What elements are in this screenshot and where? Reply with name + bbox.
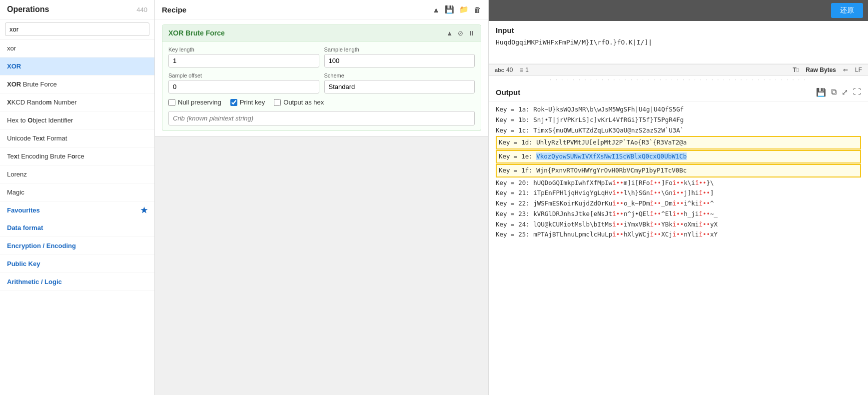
output-copy-icon[interactable]: ⧉ bbox=[831, 88, 837, 97]
raw-bytes-label: Raw Bytes bbox=[806, 66, 836, 74]
sample-offset-input[interactable] bbox=[168, 80, 319, 94]
op-collapse-icon[interactable]: ▲ bbox=[446, 30, 453, 37]
sidebar-item-lorenz[interactable]: Lorenz bbox=[0, 166, 154, 184]
sidebar: Operations 440 xor XOR XOR Brute Force X… bbox=[0, 0, 155, 395]
favourites-star-icon: ★ bbox=[140, 206, 147, 215]
red-dots: î•• bbox=[673, 230, 684, 238]
red-dots: î•• bbox=[673, 200, 684, 207]
status-font-icon: T⃣ bbox=[793, 66, 799, 74]
form-row-2: Sample offset Scheme bbox=[168, 72, 475, 94]
status-bar: abc 40 ≡ 1 T⃣ Raw Bytes ⇐ LF bbox=[489, 64, 868, 76]
output-line: Key = 23: kVRGlDRJnhsJtke[eNsJtî••n^j•QE… bbox=[496, 209, 861, 220]
sample-length-group: Sample length bbox=[324, 46, 475, 68]
sidebar-section-arithmetic-logic[interactable]: Arithmetic / Logic bbox=[0, 273, 154, 291]
input-value[interactable]: HuqdOgqiMKPiWHFxFmPiW/M}I\rfO.}fO.K|I/]| bbox=[496, 38, 861, 58]
output-as-hex-checkbox[interactable] bbox=[274, 99, 281, 106]
load-recipe-icon[interactable]: 📁 bbox=[459, 5, 469, 14]
sidebar-item-xor-brute-force[interactable]: XOR Brute Force bbox=[0, 76, 154, 94]
restore-button[interactable]: 还原 bbox=[831, 3, 863, 18]
recipe-title: Recipe bbox=[162, 6, 186, 14]
sample-offset-label: Sample offset bbox=[168, 72, 319, 78]
form-row-1: Key length Sample length bbox=[168, 46, 475, 68]
red-dots: î•• bbox=[612, 230, 624, 238]
sidebar-item-text-enc-bf[interactable]: Text Encoding Brute Force bbox=[0, 148, 154, 166]
recipe-panel: Recipe ▲ 💾 📁 🗑 XOR Brute Force ▲ ⊘ ⏸ bbox=[155, 0, 488, 136]
sidebar-item-xor-plain[interactable]: xor bbox=[0, 40, 154, 58]
red-dots: î•• bbox=[673, 210, 684, 218]
abc-icon: abc bbox=[495, 67, 504, 73]
red-dots: î•• bbox=[650, 230, 662, 238]
save-recipe-icon[interactable]: 💾 bbox=[445, 5, 454, 14]
delete-recipe-icon[interactable]: 🗑 bbox=[474, 6, 481, 14]
sidebar-list: xor XOR XOR Brute Force XKCD Random Numb… bbox=[0, 40, 154, 395]
sidebar-item-hex-to-oid[interactable]: Hex to Object Identifier bbox=[0, 112, 154, 130]
red-dots: î•• bbox=[612, 200, 624, 207]
scheme-group: Scheme bbox=[324, 72, 475, 94]
abc-count: 40 bbox=[506, 66, 513, 74]
scheme-label: Scheme bbox=[324, 72, 475, 78]
sample-offset-group: Sample offset bbox=[168, 72, 319, 94]
red-dots: î•• bbox=[650, 200, 662, 207]
input-section: Input HuqdOgqiMKPiWHFxFmPiW/M}I\rfO.}fO.… bbox=[489, 21, 868, 64]
red-dots: î•• bbox=[695, 179, 707, 186]
sidebar-title: Operations bbox=[7, 5, 49, 14]
print-key-checkbox[interactable] bbox=[230, 99, 237, 106]
sidebar-section-public-key[interactable]: Public Key bbox=[0, 255, 154, 273]
output-line: Key = 21: iTpEnFPHljqHvigYgLqHvî••l\h}SG… bbox=[496, 188, 861, 198]
op-pause-icon[interactable]: ⏸ bbox=[468, 30, 475, 37]
collapse-icon[interactable]: ▲ bbox=[432, 6, 440, 14]
key-length-label: Key length bbox=[168, 46, 319, 52]
op-card-body: Key length Sample length Sample offset S… bbox=[162, 42, 481, 130]
output-line: Key = 1e: VkozQyowSUNwIVXfXsNwI1ScWBlxQ0… bbox=[496, 150, 861, 164]
sidebar-count: 440 bbox=[136, 6, 147, 14]
input-title: Input bbox=[496, 26, 861, 34]
output-line: Key = 1f: Wjn{PxnvRTOvHWYgYrOvH0RbVCmyP1… bbox=[496, 164, 861, 178]
op-card-title: XOR Brute Force bbox=[168, 29, 225, 37]
font-icon: T⃣ bbox=[793, 66, 799, 74]
op-disable-icon[interactable]: ⊘ bbox=[458, 30, 463, 37]
output-fullscreen-icon[interactable]: ⛶ bbox=[853, 88, 861, 97]
crib-input[interactable] bbox=[168, 111, 475, 126]
red-dots: î•• bbox=[699, 200, 710, 207]
red-dots: î•• bbox=[699, 210, 710, 218]
search-input[interactable] bbox=[5, 22, 149, 36]
sidebar-section-favourites[interactable]: Favourites ★ bbox=[0, 202, 154, 219]
output-expand-icon[interactable]: ⤢ bbox=[842, 88, 848, 97]
sidebar-section-data-format[interactable]: Data format bbox=[0, 219, 154, 237]
sidebar-item-xkcd[interactable]: XKCD Random Number bbox=[0, 94, 154, 112]
op-card-actions: ▲ ⊘ ⏸ bbox=[446, 30, 475, 37]
red-dots: î•• bbox=[699, 230, 710, 238]
main-panel: Recipe ▲ 💾 📁 🗑 XOR Brute Force ▲ ⊘ ⏸ bbox=[155, 0, 488, 395]
selected-text: VkozQyowSUNwIVXfXsNwI1ScWBlxQ0cxQ0UbW1Cb bbox=[536, 152, 687, 160]
output-line: Key = 24: lQU@kCUMiotMslb\bItMsî••iYmxVB… bbox=[496, 220, 861, 230]
output-as-hex-label: Output as hex bbox=[283, 98, 324, 106]
red-dots: î•• bbox=[673, 189, 684, 196]
red-dots: î•• bbox=[650, 189, 662, 196]
null-preserving-checkbox[interactable] bbox=[168, 99, 175, 106]
arrow-icon: ⇐ bbox=[843, 66, 848, 74]
key-length-group: Key length bbox=[168, 46, 319, 68]
output-line: Key = 22: jWSFmESKoirKujdZdOrKuî••o_k~PD… bbox=[496, 198, 861, 209]
sidebar-section-encryption-encoding[interactable]: Encryption / Encoding bbox=[0, 237, 154, 255]
op-card-header: XOR Brute Force ▲ ⊘ ⏸ bbox=[162, 25, 481, 42]
scheme-input[interactable] bbox=[324, 80, 475, 94]
status-abc: abc 40 bbox=[495, 66, 513, 74]
output-line: Key = 1c: TimxS{muQWLuKTZdZqLuK3QaU@nzS2… bbox=[496, 126, 861, 136]
sample-length-input[interactable] bbox=[324, 54, 475, 68]
op-card-xor-bf: XOR Brute Force ▲ ⊘ ⏸ Key length Sample … bbox=[162, 24, 481, 131]
red-dots: î•• bbox=[673, 220, 684, 228]
sidebar-header: Operations 440 bbox=[0, 0, 154, 20]
output-save-icon[interactable]: 💾 bbox=[816, 88, 826, 97]
status-lines: ≡ 1 bbox=[520, 66, 529, 74]
key-length-input[interactable] bbox=[168, 54, 319, 68]
red-dots: î•• bbox=[612, 220, 624, 228]
search-box bbox=[0, 20, 154, 40]
sidebar-item-magic[interactable]: Magic bbox=[0, 184, 154, 202]
lines-count: 1 bbox=[525, 66, 529, 74]
output-actions: 💾 ⧉ ⤢ ⛶ bbox=[816, 88, 861, 97]
print-key-label: Print key bbox=[240, 98, 265, 106]
sidebar-item-unicode-text[interactable]: Unicode Text Format bbox=[0, 130, 154, 148]
output-content[interactable]: Key = 1a: Rok~U}ksWQJsMR\b\wJsM5WgSFh|U4… bbox=[489, 102, 868, 395]
top-bar: 还原 bbox=[489, 0, 868, 21]
sidebar-item-xor[interactable]: XOR bbox=[0, 58, 154, 76]
